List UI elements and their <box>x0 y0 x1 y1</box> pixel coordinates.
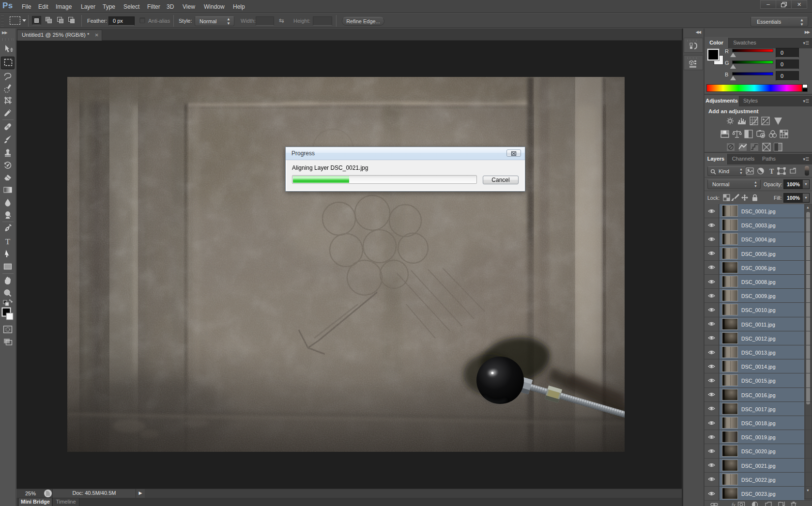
svg-text:fx: fx <box>732 502 735 506</box>
svg-text:T: T <box>769 168 774 175</box>
svg-text:T: T <box>5 237 11 246</box>
